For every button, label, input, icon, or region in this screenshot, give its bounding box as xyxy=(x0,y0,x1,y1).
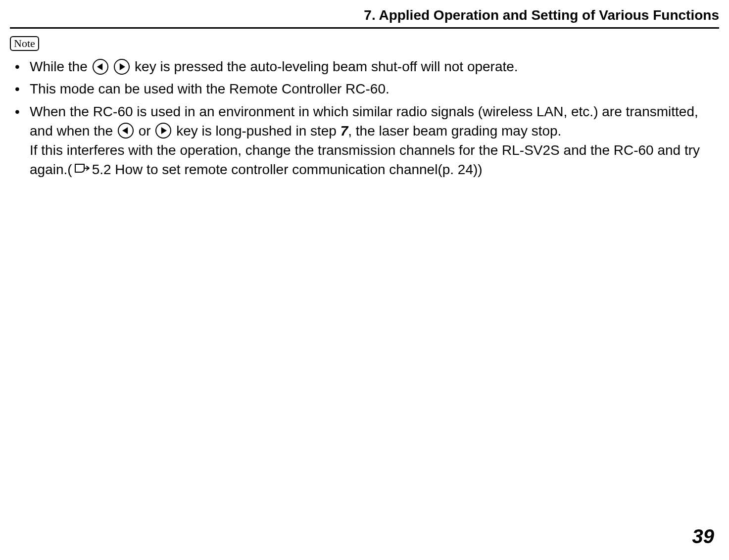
note-label: Note xyxy=(14,37,35,49)
step-number: 7 xyxy=(340,123,348,139)
header-title: 7. Applied Operation and Setting of Vari… xyxy=(364,7,719,23)
svg-marker-3 xyxy=(161,127,167,134)
bullet-text: , the laser beam grading may stop. xyxy=(348,123,561,139)
bullet-text: 5.2 How to set remote controller communi… xyxy=(92,162,483,177)
bullet-text: or xyxy=(135,123,154,139)
cross-reference-icon xyxy=(73,160,90,179)
left-arrow-key-icon xyxy=(93,59,108,75)
bullet-item: While the key is pressed the auto-leveli… xyxy=(10,57,719,76)
note-bullets: While the key is pressed the auto-leveli… xyxy=(10,57,719,180)
left-arrow-key-icon xyxy=(118,123,134,139)
svg-marker-0 xyxy=(97,63,102,70)
bullet-text: key is long-pushed in step xyxy=(172,123,340,139)
right-arrow-key-icon xyxy=(114,59,130,75)
note-badge: Note xyxy=(10,36,39,51)
page-header: 7. Applied Operation and Setting of Vari… xyxy=(10,5,719,29)
bullet-text: key is pressed the auto-leveling beam sh… xyxy=(131,59,518,74)
bullet-text: While the xyxy=(30,59,92,74)
bullet-item: This mode can be used with the Remote Co… xyxy=(10,79,719,98)
bullet-text xyxy=(109,59,113,74)
svg-marker-2 xyxy=(122,127,128,134)
page-number: 39 xyxy=(692,525,715,548)
bullet-text: This mode can be used with the Remote Co… xyxy=(30,81,389,96)
bullet-item: When the RC-60 is used in an environment… xyxy=(10,102,719,181)
right-arrow-key-icon xyxy=(155,123,171,139)
svg-marker-1 xyxy=(120,63,125,70)
